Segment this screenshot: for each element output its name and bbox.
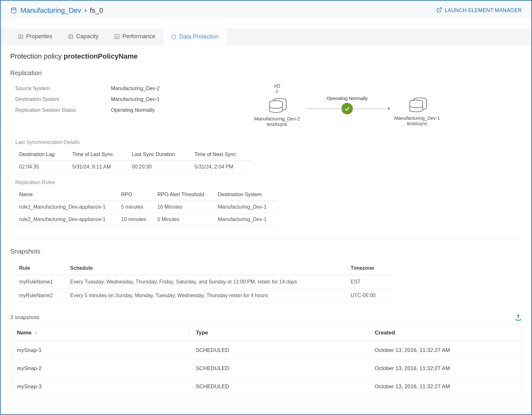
source-system-label: Source System	[15, 86, 111, 91]
tab-properties[interactable]: Properties	[10, 29, 60, 44]
col-snap-schedule: Schedule	[66, 261, 347, 275]
edge-line-left	[306, 109, 341, 109]
cell-rule: myRuleName2	[15, 289, 66, 303]
cell-name: mySnap-3	[11, 378, 189, 396]
arrow-down-icon	[275, 89, 279, 94]
table-row: myRuleName2 Every 5 minutes on Sunday, M…	[15, 289, 391, 303]
tab-label: Data Protection	[179, 33, 219, 40]
sync-details-label: Last Synchronization Details	[15, 140, 522, 145]
cell-rpo: 10 minutes	[117, 213, 154, 226]
col-next-sync: Time of Next Sync	[191, 148, 251, 161]
cell-name: rule1_Manufacturing_Dev-appliance-1	[15, 201, 117, 213]
storage-stack-icon	[266, 97, 288, 115]
col-destination-lag: Destination Lag	[15, 148, 69, 161]
export-icon	[515, 314, 522, 321]
col-snap-created[interactable]: Created	[368, 325, 521, 341]
replication-diagram: I/O Manufacturing_Dev-2 testAsync	[172, 83, 522, 127]
cell-created: October 13, 2016, 11:32:27 AM	[368, 378, 521, 396]
cell-type: SCHEDULED	[189, 341, 368, 360]
table-row: myRuleName1 Every Tuesday, Wednesday, Th…	[15, 275, 391, 289]
cell-schedule: Every 5 minutes on Sunday, Monday, Tuesd…	[66, 289, 347, 303]
breadcrumb: Manufacturing_Dev › fs_0	[10, 6, 103, 15]
replication-rules-label: Replication Rules	[15, 180, 522, 185]
cell-created: October 13, 2016, 11:32:27 AM	[368, 360, 521, 378]
source-system-value: Manufacturing_Dev-2	[111, 86, 160, 91]
cell-next: 5/31/24, 2:04 PM	[191, 161, 251, 173]
cell-name: mySnap-1	[11, 341, 189, 360]
list-icon	[18, 34, 24, 39]
snapshots-heading: Snapshots	[10, 248, 522, 255]
svg-point-6	[69, 34, 73, 36]
launch-link-label: LAUNCH ELEMENT MANAGER	[445, 8, 522, 13]
storage-icon	[10, 7, 17, 14]
io-indicator: I/O	[274, 83, 280, 94]
source-node-name: Manufacturing_Dev-2	[254, 116, 300, 121]
tab-label: Capacity	[76, 33, 98, 40]
cell-thr: 10 Minutes	[154, 201, 214, 213]
session-status-label: Replication Session Status	[15, 107, 111, 113]
col-last-sync: Time of Last Sync	[69, 148, 128, 161]
edge-line-right	[353, 109, 388, 109]
col-rpo-threshold: RPO Alert Threshold	[154, 189, 214, 201]
cell-type: SCHEDULED	[189, 378, 368, 396]
policy-title: Protection policy protectionPolicyName	[10, 52, 522, 61]
launch-element-manager-link[interactable]: LAUNCH ELEMENT MANAGER	[436, 7, 522, 14]
breadcrumb-current: fs_0	[90, 6, 103, 15]
cell-dest: Manufacturing_Dev-1	[214, 213, 277, 226]
tab-label: Performance	[122, 33, 155, 40]
replication-edge: Operating Normally	[306, 96, 388, 114]
breadcrumb-parent[interactable]: Manufacturing_Dev	[20, 6, 81, 15]
tab-capacity[interactable]: Capacity	[60, 29, 106, 44]
col-snap-rule: Rule	[15, 261, 66, 275]
tabs: Properties Capacity Performance Data Pro…	[1, 29, 531, 45]
replication-heading: Replication	[10, 69, 522, 77]
destination-node: Manufacturing_Dev-1 testAsync	[394, 84, 440, 126]
col-rpo: RPO	[117, 189, 154, 201]
policy-prefix: Protection policy	[10, 52, 64, 60]
cell-last: 5/31/24, 8:11 AM	[69, 161, 128, 173]
tab-performance[interactable]: Performance	[106, 29, 163, 44]
breadcrumb-separator: ›	[84, 6, 87, 15]
col-sync-duration: Last Sync Duration	[128, 148, 191, 161]
cell-tz: UTC-05:00	[347, 289, 391, 303]
snapshot-rules-table: Rule Schedule Timezone myRuleName1 Every…	[15, 261, 391, 303]
table-row[interactable]: mySnap-1 SCHEDULED October 13, 2016, 11:…	[11, 341, 522, 360]
dest-node-sub: testAsync	[394, 121, 440, 126]
source-node: I/O Manufacturing_Dev-2 testAsync	[254, 83, 300, 127]
col-snap-type[interactable]: Type	[189, 325, 368, 341]
col-dest-system: Destination System	[214, 189, 277, 201]
table-row[interactable]: mySnap-2 SCHEDULED October 13, 2016, 11:…	[11, 360, 522, 378]
destination-system-value: Manufacturing_Dev-1	[111, 97, 160, 102]
snapshots-table: Name ↑ Type Created mySnap-1 SCHEDULED O…	[10, 324, 522, 396]
cell-dur: 00:20:30	[128, 161, 191, 173]
export-button[interactable]	[515, 314, 522, 321]
tab-label: Properties	[26, 33, 52, 40]
destination-system-row: Destination System Manufacturing_Dev-1	[15, 97, 160, 102]
session-status-row: Replication Session Status Operating Nor…	[15, 107, 160, 113]
sync-details-table: Destination Lag Time of Last Sync Last S…	[15, 148, 251, 173]
cell-created: October 13, 2016, 11:32:27 AM	[368, 341, 521, 360]
snapshot-count: 3 snapshots	[10, 314, 40, 321]
col-snap-timezone: Timezone	[347, 261, 391, 275]
sort-ascending-icon: ↑	[35, 330, 37, 335]
cell-lag: 02:04:35	[15, 161, 69, 173]
table-row: 02:04:35 5/31/24, 8:11 AM 00:20:30 5/31/…	[15, 161, 251, 173]
table-row[interactable]: mySnap-3 SCHEDULED October 13, 2016, 11:…	[11, 378, 522, 396]
source-node-sub: testAsync	[254, 121, 300, 127]
chart-icon	[114, 34, 120, 39]
replication-rules-table: Name RPO RPO Alert Threshold Destination…	[15, 189, 277, 226]
dest-node-name: Manufacturing_Dev-1	[394, 115, 440, 121]
storage-stack-icon	[406, 96, 428, 114]
tab-data-protection[interactable]: Data Protection	[163, 29, 226, 45]
col-rule-name: Name	[15, 189, 117, 201]
cell-type: SCHEDULED	[189, 360, 368, 378]
cell-name: rule2_Manufacturing_Dev-appliance-1	[15, 213, 117, 226]
cell-schedule: Every Tuesday, Wednesday, Thursday, Frid…	[66, 275, 347, 289]
cell-thr: 5 Minutes	[154, 213, 214, 226]
source-system-row: Source System Manufacturing_Dev-2	[15, 86, 160, 91]
col-snap-name[interactable]: Name ↑	[11, 325, 189, 341]
section-divider	[10, 239, 522, 239]
session-status-value: Operating Normally	[111, 107, 155, 113]
cell-rule: myRuleName1	[15, 275, 66, 289]
cell-tz: EST	[347, 275, 391, 289]
